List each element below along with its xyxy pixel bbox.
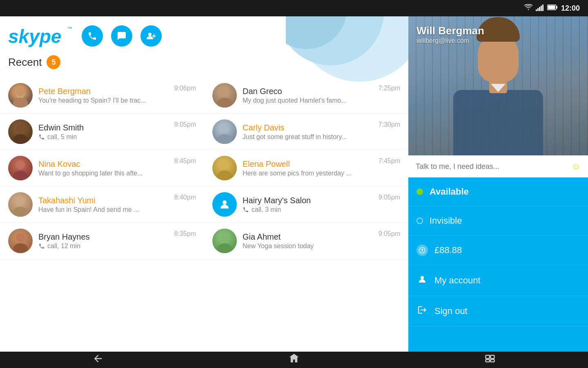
chat-list: Pete Bergman You're heading to Spain? I'…: [0, 77, 408, 259]
home-button[interactable]: [272, 353, 316, 367]
chat-name-dan: Dan Greco: [243, 87, 373, 96]
credit-item[interactable]: £88.88: [408, 236, 588, 265]
svg-point-24: [220, 124, 229, 133]
chat-name-nina: Nina Kovac: [38, 159, 169, 169]
avatar-salon: [212, 192, 237, 217]
chat-item-pete[interactable]: Pete Bergman You're heading to Spain? I'…: [0, 77, 204, 114]
add-contact-button[interactable]: [140, 25, 162, 47]
mood-input[interactable]: [416, 162, 568, 171]
svg-rect-33: [490, 355, 494, 359]
svg-point-31: [421, 276, 424, 279]
chat-preview-gia: New Yoga session today: [243, 242, 373, 250]
chat-name-gia: Gia Ahmet: [243, 232, 373, 242]
avatar-dan: [212, 83, 237, 108]
back-button[interactable]: [76, 353, 120, 367]
chat-preview-elena: Here are some pics from yesterday ...: [243, 170, 373, 177]
sidebar-menu: ☺ Available Invisible £88.: [408, 155, 588, 352]
svg-rect-3: [541, 6, 542, 11]
app-header: skype ™: [0, 25, 408, 55]
svg-text:skype: skype: [8, 26, 61, 47]
recent-header: Recent 5: [0, 55, 408, 77]
svg-rect-2: [539, 7, 540, 11]
skype-logo: skype ™: [8, 25, 74, 47]
svg-point-19: [13, 207, 28, 217]
chat-name-salon: Hairy Mary's Salon: [243, 196, 373, 205]
svg-point-29: [220, 233, 229, 242]
avatar-pete: [8, 83, 33, 108]
my-account-item[interactable]: My account: [408, 265, 588, 296]
status-invisible-item[interactable]: Invisible: [408, 206, 588, 236]
recents-button[interactable]: [468, 353, 512, 367]
chat-info-gia: Gia Ahmet New Yoga session today: [243, 232, 373, 250]
svg-rect-1: [537, 8, 539, 11]
profile-email: willberg@live.com: [416, 37, 484, 45]
svg-rect-0: [536, 9, 537, 11]
avatar-carly: [212, 119, 237, 144]
profile-name: Will Bergman: [416, 25, 484, 37]
svg-point-12: [13, 98, 28, 108]
chat-time-bryan: 8:35pm: [174, 229, 196, 238]
chat-time-pete: 9:06pm: [174, 83, 196, 92]
svg-point-10: [148, 33, 151, 36]
chat-item-nina[interactable]: Nina Kovac Want to go shopping later thi…: [0, 150, 204, 186]
sign-out-icon: [416, 305, 428, 317]
sign-out-item[interactable]: Sign out: [408, 296, 588, 327]
chat-name-carly: Carly Davis: [243, 123, 373, 132]
account-icon: [416, 274, 428, 287]
chat-item-dan[interactable]: Dan Greco My dog just quoted Hamlet's fa…: [204, 77, 408, 114]
chat-name-takahashi: Takahashi Yumi: [38, 196, 169, 205]
chat-info-bryan: Bryan Haynes call, 12 min: [38, 232, 169, 250]
chat-item-elena[interactable]: Elena Powell Here are some pics from yes…: [204, 150, 408, 186]
profile-info: Will Bergman willberg@live.com: [416, 25, 484, 45]
wifi-icon: [524, 4, 532, 12]
message-button[interactable]: [111, 25, 132, 47]
svg-rect-32: [486, 355, 490, 359]
chat-info-takahashi: Takahashi Yumi Have fun in Spain! And se…: [38, 196, 169, 213]
chat-preview-dan: My dog just quoted Hamlet's famo...: [243, 97, 373, 104]
chat-time-gia: 9:05pm: [379, 229, 400, 238]
svg-rect-6: [556, 6, 557, 9]
chat-item-salon[interactable]: Hairy Mary's Salon call, 3 min 9:05pm: [204, 186, 408, 223]
chat-item-bryan[interactable]: Bryan Haynes call, 12 min 8:35pm: [0, 223, 204, 259]
chat-time-nina: 8:45pm: [174, 156, 196, 165]
svg-rect-4: [542, 4, 543, 11]
chat-info-dan: Dan Greco My dog just quoted Hamlet's fa…: [243, 87, 373, 104]
chat-info-nina: Nina Kovac Want to go shopping later thi…: [38, 159, 169, 177]
recent-label: Recent: [8, 56, 42, 69]
status-available-item[interactable]: Available: [408, 177, 588, 206]
time-display: 12:00: [561, 4, 580, 13]
chat-time-takahashi: 8:40pm: [174, 192, 196, 201]
profile-section: Will Bergman willberg@live.com: [408, 16, 588, 155]
svg-point-16: [16, 160, 25, 169]
battery-icon: [547, 4, 558, 12]
signal-icon: [536, 4, 544, 12]
chat-preview-takahashi: Have fun in Spain! And send me ...: [38, 206, 169, 213]
svg-point-26: [220, 160, 229, 169]
chat-item-edwin[interactable]: Edwin Smith call, 5 min 9:05pm: [0, 114, 204, 150]
status-bar: 12:00: [0, 0, 588, 16]
svg-rect-35: [490, 359, 494, 362]
chat-time-salon: 9:05pm: [379, 192, 400, 201]
chat-item-carly[interactable]: Carly Davis Just got some great stuff in…: [204, 114, 408, 150]
chat-item-takahashi[interactable]: Takahashi Yumi Have fun in Spain! And se…: [0, 186, 204, 223]
avatar-takahashi: [8, 192, 33, 217]
avatar-edwin: [8, 119, 33, 144]
chat-preview-bryan: call, 12 min: [38, 242, 169, 250]
chat-preview-nina: Want to go shopping later this afte...: [38, 170, 169, 177]
svg-point-23: [217, 98, 232, 108]
my-account-label: My account: [434, 275, 481, 286]
avatar-elena: [212, 156, 237, 180]
svg-point-21: [13, 243, 28, 253]
chat-time-carly: 7:30pm: [379, 119, 400, 128]
chat-time-elena: 7:45pm: [379, 156, 400, 165]
available-dot: [416, 188, 423, 195]
mood-input-container[interactable]: ☺: [408, 155, 588, 177]
chat-item-gia[interactable]: Gia Ahmet New Yoga session today 9:05pm: [204, 223, 408, 259]
invisible-dot: [416, 218, 423, 224]
emoji-button[interactable]: ☺: [572, 161, 581, 172]
chat-info-carly: Carly Davis Just got some great stuff in…: [243, 123, 373, 141]
chat-name-bryan: Bryan Haynes: [38, 232, 169, 242]
call-button[interactable]: [82, 25, 103, 47]
chat-preview-pete: You're heading to Spain? I'll be trac...: [38, 97, 169, 104]
right-sidebar: Will Bergman willberg@live.com ☺ Availab…: [408, 16, 588, 352]
